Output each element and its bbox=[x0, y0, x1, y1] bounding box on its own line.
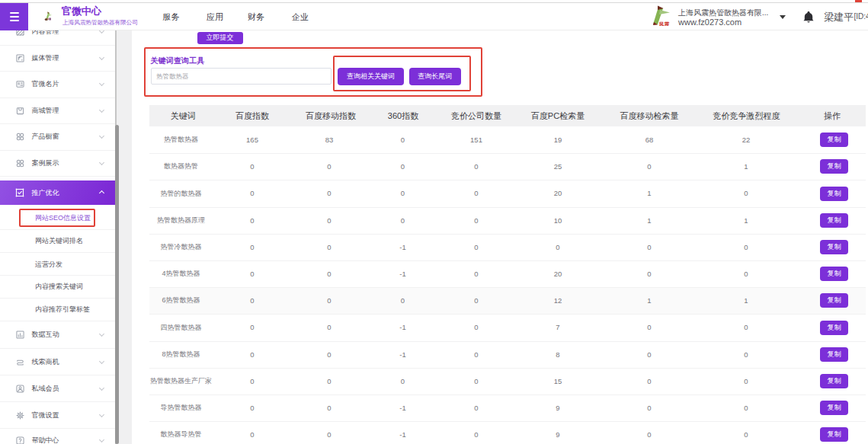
svg-text:风震: 风震 bbox=[658, 21, 670, 26]
